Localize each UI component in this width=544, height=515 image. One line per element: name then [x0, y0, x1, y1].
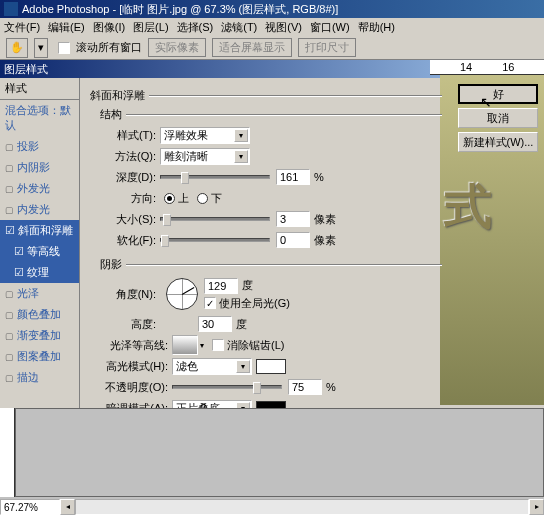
sidebar-item-patternoverlay[interactable]: 图案叠加 [0, 346, 79, 367]
canvas-workspace[interactable] [15, 408, 544, 497]
sidebar-item-innerglow[interactable]: 内发光 [0, 199, 79, 220]
scrollbar-track[interactable] [75, 499, 529, 515]
technique-label: 方法(Q): [100, 149, 156, 164]
angle-label: 角度(N): [100, 287, 156, 302]
shading-heading: 阴影 [100, 257, 122, 272]
sidebar-item-stroke[interactable]: 描边 [0, 367, 79, 388]
style-label: 样式(T): [100, 128, 156, 143]
sidebar-item-dropshadow[interactable]: 投影 [0, 136, 79, 157]
size-input[interactable]: 3 [276, 211, 310, 227]
options-bar: ✋ ▾ 滚动所有窗口 实际像素 适合屏幕显示 打印尺寸 [0, 36, 544, 60]
angle-input[interactable]: 129 [204, 278, 238, 294]
gloss-contour-label: 光泽等高线: [100, 338, 168, 353]
print-size-button[interactable]: 打印尺寸 [298, 38, 356, 57]
sidebar-item-texture[interactable]: ☑ 纹理 [0, 262, 79, 283]
sidebar-item-innershadow[interactable]: 内阴影 [0, 157, 79, 178]
direction-label: 方向: [100, 191, 156, 206]
menu-layer[interactable]: 图层(L) [133, 20, 168, 35]
menu-image[interactable]: 图像(I) [93, 20, 125, 35]
menu-edit[interactable]: 编辑(E) [48, 20, 85, 35]
tool-dropdown-icon[interactable]: ▾ [34, 38, 48, 58]
global-light-checkbox[interactable]: ✓使用全局光(G) [204, 296, 290, 311]
menu-select[interactable]: 选择(S) [177, 20, 214, 35]
direction-up-radio[interactable]: 上 [164, 191, 189, 206]
gloss-contour-picker[interactable] [172, 335, 198, 355]
sidebar-blend-options[interactable]: 混合选项：默认 [0, 100, 79, 136]
fit-screen-button[interactable]: 适合屏幕显示 [212, 38, 292, 57]
menu-filter[interactable]: 滤镜(T) [221, 20, 257, 35]
ruler-horizontal: 14 16 [430, 60, 544, 75]
chevron-down-icon: ▾ [234, 150, 248, 163]
ok-button[interactable]: 好 [458, 84, 538, 104]
sidebar-item-outerglow[interactable]: 外发光 [0, 178, 79, 199]
soften-input[interactable]: 0 [276, 232, 310, 248]
depth-slider[interactable] [160, 175, 270, 179]
sidebar-header: 样式 [0, 78, 79, 100]
highlight-opacity-slider[interactable] [172, 385, 282, 389]
style-dropdown[interactable]: 浮雕效果▾ [160, 127, 250, 144]
highlight-opacity-input[interactable]: 75 [288, 379, 322, 395]
soften-slider[interactable] [160, 238, 270, 242]
highlight-color-swatch[interactable] [256, 359, 286, 374]
bevel-emboss-panel: 斜面和浮雕 结构 样式(T): 浮雕效果▾ 方法(Q): 雕刻清晰▾ 深度(D)… [80, 78, 452, 450]
size-label: 大小(S): [100, 212, 156, 227]
menu-help[interactable]: 帮助(H) [358, 20, 395, 35]
menu-window[interactable]: 窗口(W) [310, 20, 350, 35]
angle-dial[interactable] [166, 278, 198, 310]
depth-label: 深度(D): [100, 170, 156, 185]
cancel-button[interactable]: 取消 [458, 108, 538, 128]
app-titlebar: Adobe Photoshop - [临时 图片.jpg @ 67.3% (图层… [0, 0, 544, 18]
antialias-checkbox[interactable]: 消除锯齿(L) [212, 338, 284, 353]
zoom-field[interactable]: 67.27% [0, 499, 60, 515]
new-style-button[interactable]: 新建样式(W)... [458, 132, 538, 152]
sidebar-item-gradientoverlay[interactable]: 渐变叠加 [0, 325, 79, 346]
menu-view[interactable]: 视图(V) [265, 20, 302, 35]
actual-pixels-button[interactable]: 实际像素 [148, 38, 206, 57]
sidebar-item-contour[interactable]: ☑ 等高线 [0, 241, 79, 262]
checkbox-icon [58, 42, 70, 54]
panel-heading: 斜面和浮雕 [90, 88, 145, 103]
highlight-opacity-label: 不透明度(O): [100, 380, 168, 395]
menu-file[interactable]: 文件(F) [4, 20, 40, 35]
app-icon [4, 2, 18, 16]
chevron-down-icon: ▾ [234, 129, 248, 142]
depth-input[interactable]: 161 [276, 169, 310, 185]
soften-label: 软化(F): [100, 233, 156, 248]
altitude-label: 高度: [100, 317, 156, 332]
sidebar-item-satin[interactable]: 光泽 [0, 283, 79, 304]
menubar[interactable]: 文件(F) 编辑(E) 图像(I) 图层(L) 选择(S) 滤镜(T) 视图(V… [0, 18, 544, 36]
highlight-mode-dropdown[interactable]: 滤色▾ [172, 358, 252, 375]
status-bar: 67.27% ◂ ▸ [0, 499, 544, 515]
hand-tool-icon[interactable]: ✋ [6, 38, 28, 58]
sidebar-item-bevelemboss[interactable]: ☑ 斜面和浮雕 [0, 220, 79, 241]
dialog-title-text: 图层样式 [4, 62, 48, 77]
structure-heading: 结构 [100, 107, 122, 122]
size-slider[interactable] [160, 217, 270, 221]
ruler-vertical [0, 408, 15, 497]
styles-sidebar: 样式 混合选项：默认 投影 内阴影 外发光 内发光 ☑ 斜面和浮雕 ☑ 等高线 … [0, 78, 80, 450]
direction-down-radio[interactable]: 下 [197, 191, 222, 206]
sidebar-item-coloroverlay[interactable]: 颜色叠加 [0, 304, 79, 325]
app-title: Adobe Photoshop - [临时 图片.jpg @ 67.3% (图层… [22, 2, 338, 17]
technique-dropdown[interactable]: 雕刻清晰▾ [160, 148, 250, 165]
scroll-right-icon[interactable]: ▸ [529, 499, 544, 515]
scroll-all-checkbox[interactable]: 滚动所有窗口 [58, 40, 142, 55]
highlight-mode-label: 高光模式(H): [100, 359, 168, 374]
altitude-input[interactable]: 30 [198, 316, 232, 332]
scroll-left-icon[interactable]: ◂ [60, 499, 75, 515]
